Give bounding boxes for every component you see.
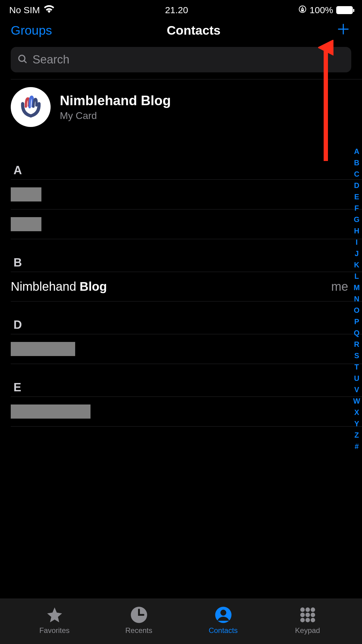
index-letter[interactable]: D xyxy=(354,181,359,190)
index-letter[interactable]: E xyxy=(354,193,359,201)
redacted-name xyxy=(11,187,41,201)
index-letter[interactable]: M xyxy=(354,283,360,292)
index-letter[interactable]: Z xyxy=(354,431,359,439)
divider xyxy=(11,426,362,427)
svg-point-10 xyxy=(220,610,226,615)
status-time: 21.20 xyxy=(165,5,188,15)
my-card-row[interactable]: Nimblehand Blog My Card xyxy=(0,79,362,136)
index-letter[interactable]: X xyxy=(354,408,359,417)
section-header: D xyxy=(0,301,362,334)
svg-point-17 xyxy=(300,618,305,622)
clock-icon xyxy=(130,606,148,624)
carrier-text: No SIM xyxy=(9,5,40,15)
svg-point-15 xyxy=(305,612,310,617)
annotation-arrow xyxy=(318,40,333,164)
battery-icon xyxy=(336,6,353,14)
index-letter[interactable]: K xyxy=(354,261,359,269)
svg-point-18 xyxy=(305,618,310,622)
svg-rect-1 xyxy=(301,10,304,12)
svg-point-14 xyxy=(300,612,305,617)
index-letter[interactable]: J xyxy=(355,249,359,258)
svg-point-12 xyxy=(305,607,310,612)
index-letter[interactable]: Y xyxy=(354,420,359,428)
svg-point-0 xyxy=(299,6,306,13)
svg-line-7 xyxy=(24,60,26,63)
index-letter[interactable]: A xyxy=(354,147,359,156)
keypad-icon xyxy=(299,606,317,624)
index-strip[interactable]: ABCDEFGHIJKLMNOPQRSTUVWXYZ# xyxy=(353,147,360,451)
page-title: Contacts xyxy=(167,23,221,38)
status-bar: No SIM 21.20 100% xyxy=(0,0,362,18)
status-left: No SIM xyxy=(9,5,55,15)
groups-button[interactable]: Groups xyxy=(11,23,52,38)
index-letter[interactable]: W xyxy=(353,397,360,405)
search-placeholder: Search xyxy=(33,53,69,66)
person-icon xyxy=(214,606,232,624)
index-letter[interactable]: F xyxy=(354,204,359,213)
tab-keypad[interactable]: Keypad xyxy=(265,606,350,635)
index-letter[interactable]: S xyxy=(354,351,359,360)
tab-bar: Favorites Recents Contacts Keypad xyxy=(0,599,362,644)
index-letter[interactable]: P xyxy=(354,317,359,326)
my-card-name: Nimblehand Blog xyxy=(60,93,171,108)
contact-name: Nimblehand Blog xyxy=(11,280,107,293)
tab-label: Recents xyxy=(125,626,152,635)
my-card-sub: My Card xyxy=(60,110,171,121)
star-icon xyxy=(46,606,64,624)
search-input[interactable]: Search xyxy=(11,47,351,72)
redacted-name xyxy=(11,342,75,356)
redacted-name xyxy=(11,404,90,419)
contact-row[interactable] xyxy=(0,209,362,239)
avatar xyxy=(11,87,51,127)
status-right: 100% xyxy=(298,5,353,15)
tab-label: Keypad xyxy=(295,626,320,635)
contact-row[interactable] xyxy=(0,334,362,364)
tab-contacts[interactable]: Contacts xyxy=(181,606,265,635)
index-letter[interactable]: O xyxy=(354,306,360,315)
index-letter[interactable]: R xyxy=(354,340,359,349)
section-header: E xyxy=(0,364,362,397)
section-header: B xyxy=(0,239,362,272)
index-letter[interactable]: T xyxy=(354,363,359,371)
my-card-text: Nimblehand Blog My Card xyxy=(60,93,171,121)
tab-label: Contacts xyxy=(209,626,238,635)
tab-label: Favorites xyxy=(39,626,70,635)
contact-row[interactable]: Nimblehand Blogme xyxy=(0,272,362,301)
svg-point-13 xyxy=(310,607,315,612)
add-contact-button[interactable] xyxy=(335,21,351,39)
svg-point-11 xyxy=(300,607,305,612)
index-letter[interactable]: N xyxy=(354,295,359,303)
index-letter[interactable]: # xyxy=(355,442,359,451)
index-letter[interactable]: B xyxy=(354,159,359,167)
index-letter[interactable]: H xyxy=(354,227,359,235)
index-letter[interactable]: Q xyxy=(354,329,360,337)
me-badge: me xyxy=(331,280,351,293)
redacted-name xyxy=(11,217,41,231)
index-letter[interactable]: C xyxy=(354,170,359,178)
wifi-icon xyxy=(44,5,55,15)
index-letter[interactable]: I xyxy=(356,238,358,247)
index-letter[interactable]: L xyxy=(354,272,359,281)
orientation-lock-icon xyxy=(298,5,306,15)
section-header: A xyxy=(0,136,362,179)
index-letter[interactable]: G xyxy=(354,215,360,224)
svg-point-19 xyxy=(310,618,315,622)
nav-bar: Groups Contacts xyxy=(0,18,362,47)
index-letter[interactable]: V xyxy=(354,385,359,394)
battery-percent: 100% xyxy=(310,5,333,15)
index-letter[interactable]: U xyxy=(354,374,359,383)
contact-row[interactable] xyxy=(0,397,362,426)
tab-recents[interactable]: Recents xyxy=(97,606,181,635)
svg-point-16 xyxy=(310,612,315,617)
contact-row[interactable] xyxy=(0,180,362,209)
tab-favorites[interactable]: Favorites xyxy=(12,606,97,635)
search-icon xyxy=(17,54,28,66)
